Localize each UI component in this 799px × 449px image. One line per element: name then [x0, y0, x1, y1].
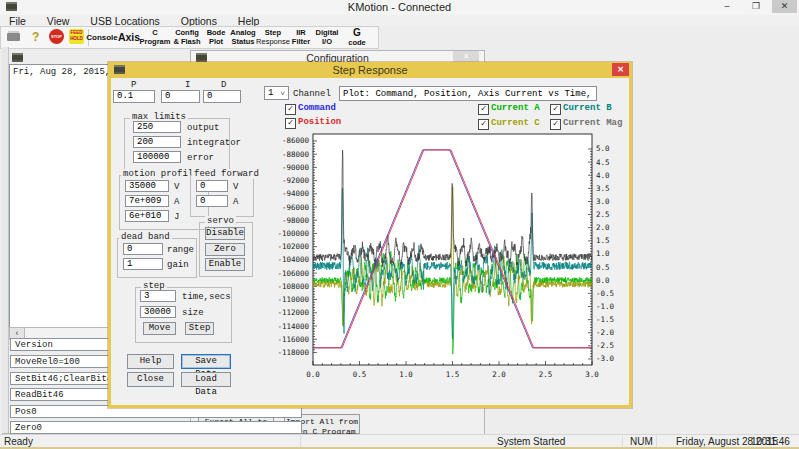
svg-text:-86000: -86000: [282, 136, 310, 145]
svg-text:5.0: 5.0: [596, 144, 610, 153]
command-checkbox-label: Command: [298, 103, 336, 113]
minimize-button-icon[interactable]: –: [716, 0, 738, 13]
p-label: P: [131, 80, 136, 90]
print-icon[interactable]: [7, 33, 20, 41]
plot-type-select[interactable]: Plot: Command, Position, Axis Current vs…: [339, 86, 597, 101]
max-integrator-field[interactable]: 200: [133, 136, 181, 148]
zero-button[interactable]: Zero: [205, 243, 245, 256]
toolbar-axis-button[interactable]: Axis: [118, 27, 140, 48]
kmotion-app: KMotion - Connected – ❐ ✕ File View USB …: [0, 0, 799, 449]
range-label: range: [167, 245, 194, 255]
feed-hold-icon[interactable]: FEED HOLD: [69, 29, 84, 44]
status-separator: [656, 436, 657, 447]
svg-text:0.5: 0.5: [596, 263, 610, 272]
ff-accel-field[interactable]: 0: [196, 195, 228, 207]
svg-text:-100000: -100000: [277, 229, 309, 238]
toolbar-config-flash-button[interactable]: Config& Flash: [171, 27, 203, 48]
close-button-icon[interactable]: ✕: [772, 0, 797, 13]
velocity-field[interactable]: 35000: [125, 180, 169, 192]
current-c-checkbox-label: Current C: [491, 118, 540, 128]
gain-label: gain: [167, 260, 189, 270]
svg-text:-0.5: -0.5: [596, 289, 614, 298]
toolbar-analog-status-button[interactable]: AnalogStatus: [229, 27, 257, 48]
step-response-chart: -118000-116000-114000-112000-110000-1080…: [265, 128, 633, 384]
step-size-label: size: [182, 308, 204, 318]
d-label: D: [221, 80, 226, 90]
svg-text:-112000: -112000: [277, 308, 309, 317]
svg-text:1.5: 1.5: [446, 370, 460, 379]
max-error-field[interactable]: 100000: [133, 151, 181, 163]
configuration-close-icon[interactable]: ✕: [453, 51, 479, 62]
chevron-down-icon: ˅: [280, 89, 285, 98]
channel-select[interactable]: 1 ˅: [264, 86, 289, 100]
position-checkbox-label: Position: [298, 117, 341, 127]
current-mag-checkbox-label: Current Mag: [563, 118, 622, 128]
toolbar-digital-io-button[interactable]: DigitalI/O: [314, 27, 340, 48]
console-left-scrollbar[interactable]: [2, 47, 9, 434]
svg-text:4.5: 4.5: [596, 158, 610, 167]
svg-text:0.0: 0.0: [306, 370, 320, 379]
max-error-label: error: [187, 153, 214, 163]
toolbar-c-program-button[interactable]: CProgram: [140, 27, 170, 48]
step-time-field[interactable]: 3: [140, 290, 176, 302]
svg-text:1.0: 1.0: [596, 249, 610, 258]
gain-field[interactable]: 1: [123, 258, 163, 270]
disable-button[interactable]: Disable: [205, 227, 245, 240]
command-field-zero[interactable]: Zero0: [10, 421, 302, 434]
accel-field[interactable]: 7e+009: [125, 195, 169, 207]
p-field[interactable]: 0.1: [113, 90, 155, 103]
svg-text:3.0: 3.0: [596, 197, 610, 206]
toolbar-iir-filter-button[interactable]: IIRFilter: [289, 27, 313, 48]
stop-icon[interactable]: STOP: [49, 29, 64, 44]
toolbar-bode-plot-button[interactable]: BodePlot: [204, 27, 228, 48]
toolbar-console-button[interactable]: Console: [86, 27, 118, 48]
svg-text:-94000: -94000: [282, 189, 310, 198]
svg-text:1.5: 1.5: [596, 236, 610, 245]
max-output-field[interactable]: 250: [133, 121, 181, 133]
dialog-close-icon[interactable]: ✕: [612, 63, 629, 76]
help-icon[interactable]: ?: [32, 30, 39, 44]
range-field[interactable]: 0: [123, 243, 163, 255]
d-field[interactable]: 0: [203, 90, 241, 103]
ff-velocity-field[interactable]: 0: [196, 180, 228, 192]
toolbar: ? STOP FEED HOLD Console Axis CProgram C…: [0, 26, 379, 49]
channel-value: 1: [268, 88, 273, 98]
plot-type-value: Plot: Command, Position, Axis Current vs…: [343, 89, 597, 99]
svg-text:-102000: -102000: [277, 242, 309, 251]
enable-button[interactable]: Enable: [205, 258, 245, 271]
load-data-button[interactable]: Load Data: [181, 372, 231, 387]
toolbar-gcode-button[interactable]: Gcode: [342, 27, 372, 48]
svg-text:-104000: -104000: [277, 255, 309, 264]
svg-text:3.5: 3.5: [596, 184, 610, 193]
toolbar-step-response-button[interactable]: StepResponse: [257, 27, 289, 48]
svg-text:2.0: 2.0: [596, 223, 610, 232]
svg-text:-1.0: -1.0: [596, 302, 615, 311]
current-a-checkbox[interactable]: ✓: [478, 104, 489, 115]
svg-text:-116000: -116000: [277, 335, 309, 344]
dialog-title: Step Response: [108, 64, 632, 76]
step-size-field[interactable]: 30000: [140, 306, 176, 318]
command-checkbox[interactable]: ✓: [285, 104, 296, 115]
save-data-button[interactable]: Save Data: [181, 354, 231, 369]
close-button[interactable]: Close: [127, 372, 174, 387]
step-time-label: time,secs: [182, 292, 231, 302]
status-ready: Ready: [4, 436, 33, 447]
i-field[interactable]: 0: [161, 90, 200, 103]
feed-forward-title: feed forward: [192, 169, 261, 179]
svg-text:-1.5: -1.5: [596, 315, 614, 324]
restore-button-icon[interactable]: ❐: [745, 0, 767, 13]
step-button[interactable]: Step: [185, 322, 214, 335]
svg-text:-2.0: -2.0: [596, 328, 615, 337]
svg-text:-92000: -92000: [282, 176, 310, 185]
window-title: KMotion - Connected: [0, 1, 799, 13]
status-separator: [622, 436, 623, 447]
jerk-field[interactable]: 6e+010: [125, 210, 169, 222]
help-button[interactable]: Help: [127, 354, 174, 369]
current-b-checkbox[interactable]: ✓: [550, 104, 561, 115]
menubar: File View USB Locations Options Help: [0, 15, 799, 26]
svg-text:4.0: 4.0: [596, 171, 610, 180]
move-button[interactable]: Move: [143, 322, 176, 335]
motion-profile-title: motion profile: [121, 169, 201, 179]
dialog-client: P I D 0.1 0 0 1 ˅ Channel Plot: Command,…: [111, 78, 629, 405]
svg-text:3.0: 3.0: [585, 370, 599, 379]
